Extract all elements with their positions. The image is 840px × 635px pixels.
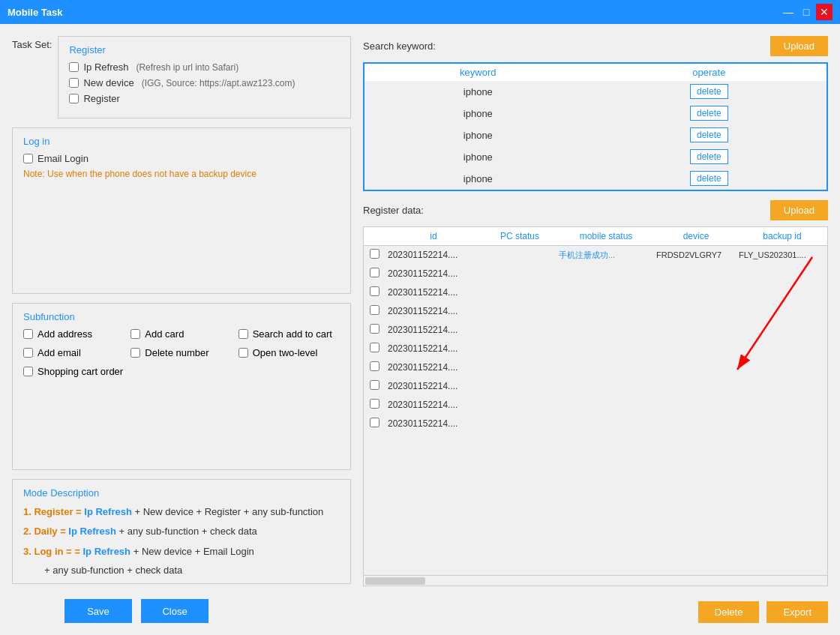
operate-cell: delete	[592, 124, 826, 146]
delete-number-checkbox[interactable]	[130, 348, 140, 358]
ip-refresh-row: Ip Refresh (Refresh ip url into Safari)	[69, 61, 340, 73]
row-checkbox[interactable]	[370, 380, 380, 390]
id-cell: 202301152214....	[385, 247, 482, 263]
row-checkbox[interactable]	[370, 305, 380, 315]
search-keyword-section: Search keyword: Upload keyword operate i…	[363, 36, 828, 191]
row-checkbox[interactable]	[370, 324, 380, 334]
mode-line-3: 3. Log in = = Ip Refresh + New device + …	[23, 544, 340, 560]
register-table-row: 202301152214....	[364, 265, 827, 283]
keyword-table: keyword operate iphone delete iphone del…	[364, 64, 826, 190]
row-checkbox[interactable]	[370, 361, 380, 371]
subfunction-section-box: Subfunction Add address Add card Search …	[12, 303, 351, 469]
register-table-row: 202301152214....	[364, 358, 827, 377]
minimize-button[interactable]: —	[780, 4, 796, 20]
scrollbar-thumb[interactable]	[365, 577, 425, 585]
col-device-header: device	[655, 231, 737, 241]
new-device-label: New device	[83, 77, 134, 88]
subfunction-item-0: Add address	[23, 328, 124, 340]
operate-cell: delete	[592, 146, 826, 168]
delete-number-label: Delete number	[145, 347, 208, 358]
row-checkbox-cell	[364, 377, 385, 395]
mobile-status-cell	[557, 289, 655, 295]
delete-keyword-button[interactable]: delete	[690, 171, 728, 186]
open-two-level-label: Open two-level	[253, 347, 318, 358]
row-checkbox[interactable]	[370, 286, 380, 296]
row-checkbox-cell	[364, 283, 385, 301]
row-checkbox-cell	[364, 246, 385, 264]
upload-register-button[interactable]: Upload	[770, 200, 828, 220]
backup-id-cell	[737, 271, 827, 277]
row-checkbox-cell	[364, 340, 385, 358]
mode-suffix-2: + any sub-function + check data	[119, 526, 257, 537]
operate-cell: delete	[592, 81, 826, 103]
device-cell	[655, 308, 737, 314]
subfunction-item-3: Add email	[23, 347, 124, 358]
search-add-cart-checkbox[interactable]	[238, 329, 248, 339]
delete-keyword-button[interactable]: delete	[690, 149, 728, 164]
add-email-label: Add email	[38, 347, 81, 358]
keyword-col-header: keyword	[364, 64, 592, 81]
device-cell	[655, 327, 737, 333]
col-mobile-status-header: mobile status	[557, 231, 655, 241]
device-cell	[655, 402, 737, 408]
open-two-level-checkbox[interactable]	[238, 348, 248, 358]
id-cell: 202301152214....	[385, 397, 482, 413]
register-table-row: 202301152214....	[364, 321, 827, 340]
delete-keyword-button[interactable]: delete	[690, 106, 728, 121]
device-cell: FRDSD2VLGRY7	[655, 247, 737, 262]
add-card-checkbox[interactable]	[130, 329, 140, 339]
ip-refresh-label: Ip Refresh	[83, 61, 128, 73]
row-checkbox[interactable]	[370, 343, 380, 352]
ip-refresh-desc: (Refresh ip url into Safari)	[136, 62, 238, 73]
row-checkbox[interactable]	[370, 249, 380, 259]
row-checkbox[interactable]	[370, 418, 380, 427]
register-checkbox[interactable]	[69, 94, 79, 103]
title-bar: Mobile Task — □ ✕	[0, 0, 840, 24]
shopping-cart-checkbox[interactable]	[23, 367, 33, 376]
keyword-cell: iphone	[364, 146, 592, 168]
export-button[interactable]: Export	[766, 601, 828, 623]
mode-description-box: Mode Description 1. Register = Ip Refres…	[12, 479, 351, 584]
ip-refresh-checkbox[interactable]	[69, 62, 79, 72]
register-table-row: 202301152214....	[364, 340, 827, 358]
subfunction-grid: Add address Add card Search add to cart …	[23, 328, 340, 382]
upload-search-button[interactable]: Upload	[770, 36, 828, 56]
mobile-status-cell: 手机注册成功...	[557, 247, 655, 264]
main-content: Task Set: Register Ip Refresh (Refresh i…	[0, 24, 840, 635]
register-title: Register	[69, 44, 340, 55]
row-checkbox[interactable]	[370, 399, 380, 409]
mobile-status-cell	[557, 402, 655, 408]
subfunction-item-2: Search add to cart	[238, 328, 340, 340]
bottom-action-buttons: Delete Export	[363, 601, 828, 623]
delete-keyword-button[interactable]: delete	[690, 84, 728, 99]
mobile-status-cell	[557, 271, 655, 277]
col-backup-id-header: backup id	[737, 231, 827, 241]
horizontal-scrollbar[interactable]	[364, 575, 827, 586]
search-add-cart-label: Search add to cart	[253, 328, 332, 340]
save-button[interactable]: Save	[64, 599, 132, 623]
mode-line-2: 2. Daily = Ip Refresh + any sub-function…	[23, 524, 340, 540]
login-section-box: Log in Email Login Note: Use when the ph…	[12, 127, 351, 294]
operate-col-header: operate	[592, 64, 826, 81]
keyword-cell: iphone	[364, 168, 592, 190]
id-cell: 202301152214....	[385, 265, 482, 282]
mode-number-3: 3. Log in = =	[23, 546, 82, 557]
delete-button[interactable]: Delete	[698, 601, 760, 623]
add-address-checkbox[interactable]	[23, 329, 33, 339]
pc-status-cell	[482, 421, 557, 427]
pc-status-cell	[482, 252, 557, 258]
mode-indent: + any sub-function + check data	[44, 565, 340, 576]
pc-status-cell	[482, 289, 557, 295]
delete-keyword-button[interactable]: delete	[690, 127, 728, 142]
maximize-button[interactable]: □	[798, 4, 814, 20]
close-action-button[interactable]: Close	[141, 599, 208, 623]
row-checkbox[interactable]	[370, 268, 380, 277]
email-login-checkbox[interactable]	[23, 154, 33, 163]
new-device-checkbox[interactable]	[69, 78, 79, 88]
add-email-checkbox[interactable]	[23, 348, 33, 358]
keyword-table-wrap: keyword operate iphone delete iphone del…	[363, 62, 828, 191]
subfunction-item-5: Open two-level	[238, 347, 340, 358]
register-row: Register	[69, 93, 340, 104]
window-controls: — □ ✕	[780, 4, 832, 20]
close-button[interactable]: ✕	[816, 4, 832, 20]
